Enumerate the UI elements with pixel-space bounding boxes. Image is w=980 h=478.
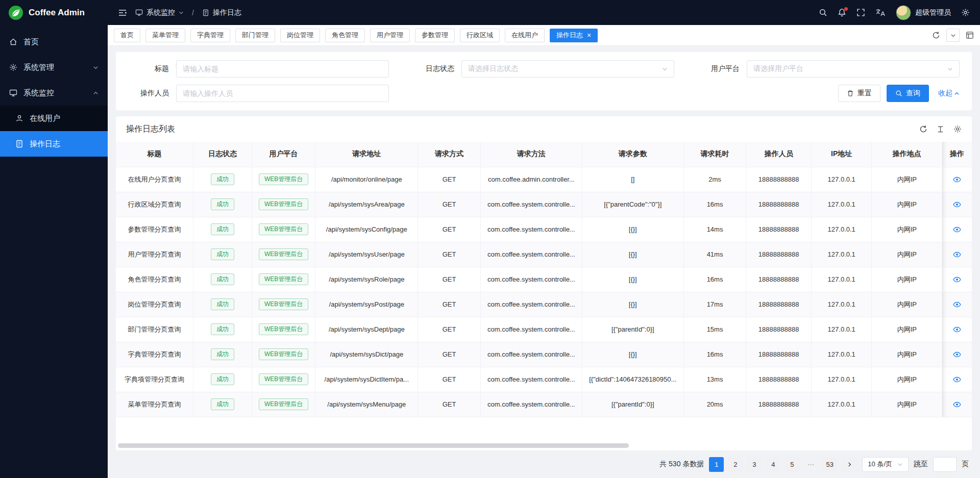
refresh-icon[interactable] [919,125,927,133]
view-detail-eye-icon[interactable] [953,325,961,334]
cell-ip: 127.0.0.1 [811,217,872,242]
cell-operator: 18888888888 [746,342,812,367]
cell-status: 成功 [193,292,252,317]
jump-page-input[interactable] [933,457,957,472]
tab-行政区域[interactable]: 行政区域 [460,29,500,42]
collapse-filters-link[interactable]: 收起 [938,89,960,98]
tab-部门管理[interactable]: 部门管理 [235,29,275,42]
cell-action [942,267,972,292]
next-page-button[interactable] [842,457,857,472]
collapse-filters-label: 收起 [938,89,952,98]
search-button[interactable]: 查询 [887,85,929,102]
view-detail-eye-icon[interactable] [953,275,961,284]
page-button-53[interactable]: 53 [822,457,837,472]
tab-在线用户[interactable]: 在线用户 [505,29,545,42]
column-settings-gear-icon[interactable] [953,125,962,133]
layout-maximize-icon[interactable] [966,31,974,39]
cell-url: /api/system/sysDept/page [315,317,418,342]
cell-platform: WEB管理后台 [252,192,315,217]
view-detail-eye-icon[interactable] [953,250,961,259]
chevron-down-icon [897,462,903,467]
sidebar-item-system-management[interactable]: 系统管理 [0,55,108,80]
page-button-1[interactable]: 1 [709,457,724,472]
tab-首页[interactable]: 首页 [114,29,140,42]
column-header-9: IP地址 [811,142,872,167]
view-detail-eye-icon[interactable] [953,375,961,384]
total-count-label: 共 530 条数据 [659,460,704,469]
tab-label: 行政区域 [467,31,493,40]
sidebar-item-operation-logs[interactable]: 操作日志 [0,131,108,157]
tab-菜单管理[interactable]: 菜单管理 [145,29,185,42]
status-tag: 成功 [211,173,234,186]
operator-filter-input[interactable] [176,85,389,102]
page-ellipsis[interactable]: ⋯ [803,457,818,472]
tab-岗位管理[interactable]: 岗位管理 [280,29,320,42]
cell-params: [{"parentId":0}] [582,317,683,342]
reset-button[interactable]: 重置 [838,85,880,102]
log-status-select[interactable]: 请选择日志状态 [461,60,674,78]
view-detail-eye-icon[interactable] [953,350,961,359]
tab-参数管理[interactable]: 参数管理 [415,29,455,42]
sidebar-item-home[interactable]: 首页 [0,29,108,55]
status-tag: 成功 [211,348,234,361]
breadcrumb-root[interactable]: 系统监控 [135,8,184,17]
scrollbar-thumb[interactable] [118,443,629,448]
sidebar-item-system-monitor[interactable]: 系统监控 [0,80,108,106]
breadcrumb-current[interactable]: 操作日志 [202,8,241,17]
sidebar-item-online-users[interactable]: 在线用户 [0,106,108,131]
platform-tag: WEB管理后台 [259,273,308,286]
fullscreen-icon[interactable] [856,8,865,17]
cell-title: 在线用户分页查询 [116,167,193,192]
view-detail-eye-icon[interactable] [953,200,961,209]
language-translate-icon[interactable] [875,8,886,17]
cell-ip: 127.0.0.1 [811,167,872,192]
table-row: 菜单管理分页查询成功WEB管理后台/api/system/sysMenu/pag… [116,392,972,417]
horizontal-scrollbar[interactable] [118,443,970,448]
document-icon [202,9,209,16]
page-button-2[interactable]: 2 [728,457,743,472]
sidebar-item-label: 系统管理 [23,63,54,72]
tab-options-chevron-icon[interactable] [946,29,960,42]
refresh-icon[interactable] [932,31,940,39]
view-detail-eye-icon[interactable] [953,225,961,234]
chevron-right-icon [847,462,852,467]
cell-title: 参数管理分页查询 [116,217,193,242]
cell-handler: com.coffee.system.controlle... [480,317,582,342]
settings-gear-icon[interactable] [961,8,970,17]
cell-handler: com.coffee.system.controlle... [480,292,582,317]
view-detail-eye-icon[interactable] [953,400,961,409]
cell-handler: com.coffee.system.controlle... [480,367,582,392]
table-card-header: 操作日志列表 [116,116,972,142]
title-filter-input[interactable] [176,60,389,78]
cell-params: [{"parentCode":"0"}] [582,192,683,217]
page-size-select[interactable]: 10 条/页 [862,457,909,472]
cell-platform: WEB管理后台 [252,317,315,342]
page-button-5[interactable]: 5 [785,457,799,472]
cell-location: 内网IP [872,292,942,317]
sidebar: Coffee Admin 首页 系统管理 系统监控 在线用户 [0,0,108,478]
tab-字典管理[interactable]: 字典管理 [190,29,230,42]
user-platform-select[interactable]: 请选择用户平台 [747,60,960,78]
tab-操作日志[interactable]: 操作日志× [550,29,598,42]
avatar [896,5,911,20]
status-tag: 成功 [211,223,234,236]
page-button-3[interactable]: 3 [747,457,762,472]
cell-title: 行政区域分页查询 [116,192,193,217]
collapse-sidebar-icon[interactable] [118,8,127,17]
notification-bell-icon[interactable] [838,8,846,17]
cell-operator: 18888888888 [746,367,812,392]
tab-close-icon[interactable]: × [587,32,591,39]
cell-params: [{}] [582,217,683,242]
chevron-down-icon [179,10,184,15]
cell-location: 内网IP [872,242,942,267]
page-button-4[interactable]: 4 [766,457,780,472]
tab-用户管理[interactable]: 用户管理 [370,29,410,42]
view-detail-eye-icon[interactable] [953,175,961,184]
brand[interactable]: Coffee Admin [0,0,108,25]
tab-角色管理[interactable]: 角色管理 [325,29,365,42]
density-icon[interactable] [937,125,944,133]
search-icon[interactable] [819,8,827,17]
user-menu[interactable]: 超级管理员 [896,5,951,20]
sidebar-menu: 首页 系统管理 系统监控 在线用户 操作日志 [0,29,108,157]
view-detail-eye-icon[interactable] [953,300,961,309]
